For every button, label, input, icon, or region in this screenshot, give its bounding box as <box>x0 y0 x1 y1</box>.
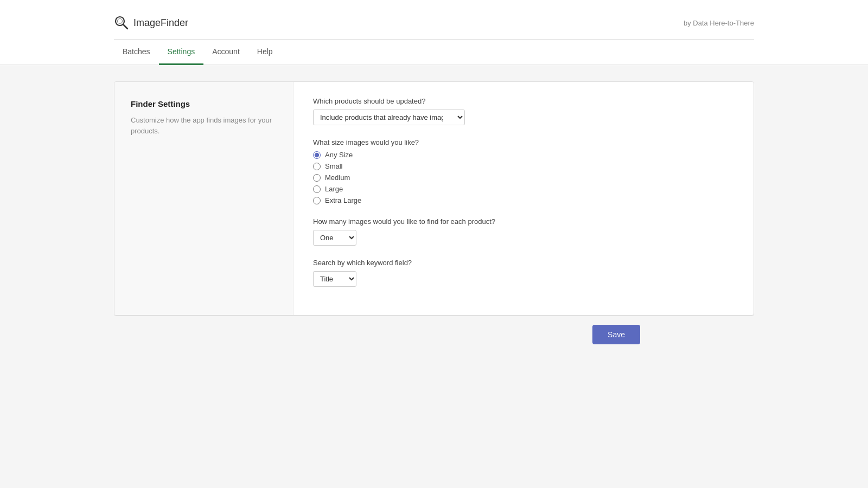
size-small-label: Small <box>325 162 343 170</box>
nav-item-settings[interactable]: Settings <box>159 40 204 65</box>
header: ImageFinder by Data Here-to-There <box>0 0 868 39</box>
count-section: How many images would you like to find f… <box>313 217 734 246</box>
size-extralarge-radio[interactable] <box>313 197 321 204</box>
nav-item-help[interactable]: Help <box>248 40 282 65</box>
size-label: What size images would you like? <box>313 138 734 146</box>
logo-area: ImageFinder <box>114 15 188 30</box>
keyword-label: Search by which keyword field? <box>313 259 734 267</box>
header-subtitle: by Data Here-to-There <box>684 19 754 27</box>
sidebar-title: Finder Settings <box>131 99 277 108</box>
main-content: Finder Settings Customize how the app fi… <box>0 65 868 488</box>
size-small-radio[interactable] <box>313 163 321 170</box>
count-label: How many images would you like to find f… <box>313 217 734 226</box>
sidebar-description: Customize how the app finds images for y… <box>131 115 277 136</box>
logo-title: ImageFinder <box>133 17 188 29</box>
products-label: Which products should be updated? <box>313 97 734 105</box>
nav-item-account[interactable]: Account <box>203 40 248 65</box>
size-medium-label: Medium <box>325 174 350 182</box>
products-section: Which products should be updated? Includ… <box>313 97 734 125</box>
card-sidebar: Finder Settings Customize how the app fi… <box>114 82 293 315</box>
size-any-label: Any Size <box>325 151 353 159</box>
card-form: Which products should be updated? Includ… <box>293 82 754 315</box>
nav: Batches Settings Account Help <box>0 40 868 65</box>
size-any-radio[interactable] <box>313 151 321 159</box>
svg-line-1 <box>123 24 127 29</box>
keyword-select[interactable]: Title SKU Barcode <box>313 271 356 287</box>
svg-point-2 <box>118 19 123 24</box>
size-small-option[interactable]: Small <box>313 162 734 170</box>
footer-area: Save <box>114 316 754 353</box>
size-medium-radio[interactable] <box>313 174 321 182</box>
count-select[interactable]: One Two Three Four Five <box>313 230 356 246</box>
products-select[interactable]: Include products that already have image… <box>313 110 465 125</box>
size-large-label: Large <box>325 185 343 193</box>
size-extralarge-option[interactable]: Extra Large <box>313 196 734 204</box>
size-medium-option[interactable]: Medium <box>313 174 734 182</box>
keyword-section: Search by which keyword field? Title SKU… <box>313 259 734 287</box>
size-large-option[interactable]: Large <box>313 185 734 193</box>
nav-item-batches[interactable]: Batches <box>114 40 159 65</box>
save-button[interactable]: Save <box>592 325 640 344</box>
size-large-radio[interactable] <box>313 185 321 193</box>
size-section: What size images would you like? Any Siz… <box>313 138 734 204</box>
logo-icon <box>114 15 129 30</box>
app-container: ImageFinder by Data Here-to-There Batche… <box>0 0 868 488</box>
content-card: Finder Settings Customize how the app fi… <box>114 81 754 316</box>
size-any-option[interactable]: Any Size <box>313 151 734 159</box>
size-radio-group: Any Size Small Medium Large <box>313 151 734 204</box>
size-extralarge-label: Extra Large <box>325 196 361 204</box>
